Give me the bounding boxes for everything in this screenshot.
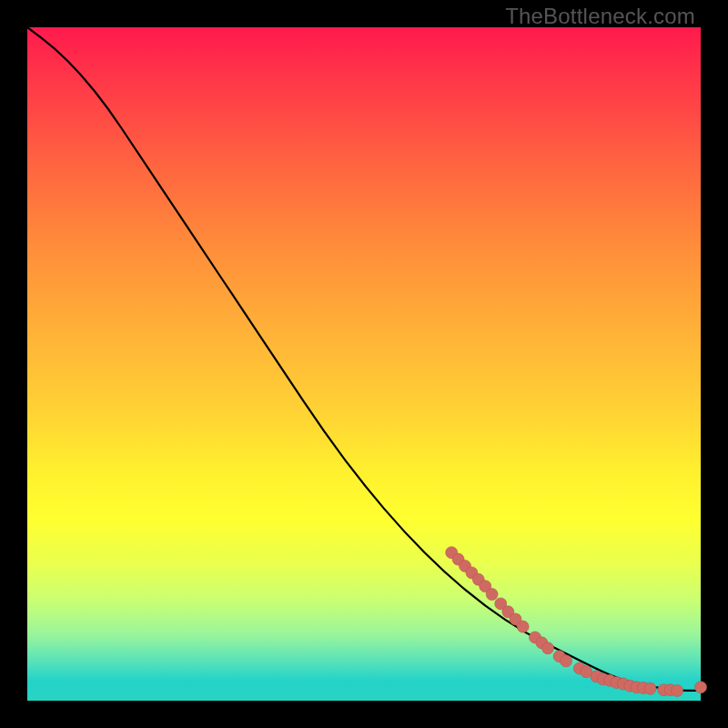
chart-area — [27, 27, 701, 701]
data-point — [517, 621, 529, 632]
data-markers — [446, 547, 707, 697]
watermark-text: TheBottleneck.com — [505, 4, 695, 29]
data-point — [486, 589, 498, 601]
data-point — [542, 642, 554, 654]
data-point — [695, 682, 707, 693]
data-point — [672, 684, 683, 696]
curve-line — [27, 27, 701, 691]
data-point — [561, 655, 572, 667]
data-point — [644, 682, 656, 694]
chart-svg — [27, 27, 701, 701]
